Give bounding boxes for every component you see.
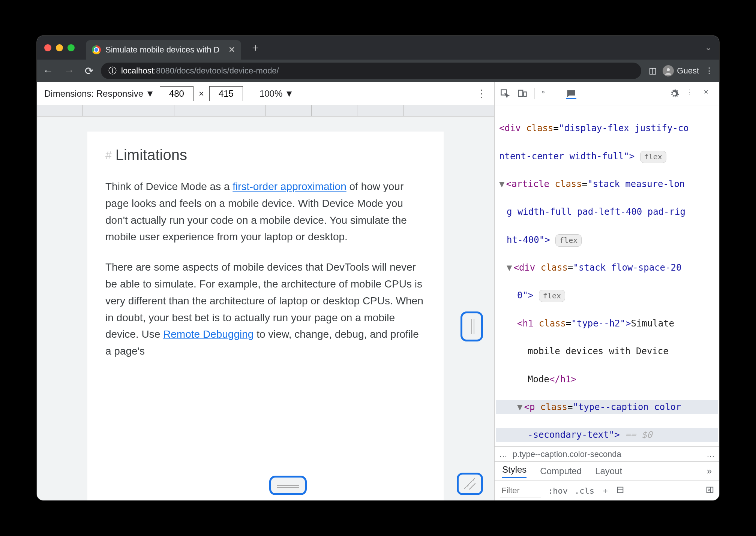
resize-handle-right[interactable]	[460, 311, 483, 341]
new-style-rule-icon[interactable]: ＋	[601, 485, 609, 496]
computed-styles-icon[interactable]	[616, 486, 624, 496]
device-toolbar: Dimensions: Responsive▼ × 100%▼ ⋮	[37, 82, 494, 105]
cls-button[interactable]: .cls	[574, 486, 594, 496]
flex-badge[interactable]: flex	[539, 290, 565, 302]
omnibox[interactable]: ⓘ localhost:8080/docs/devtools/device-mo…	[101, 63, 641, 79]
close-devtools-icon[interactable]: ✕	[704, 88, 714, 99]
profile-button[interactable]: Guest	[663, 65, 699, 76]
tab-styles[interactable]: Styles	[502, 464, 526, 478]
maximize-window-button[interactable]	[68, 44, 75, 51]
close-tab-icon[interactable]: ✕	[228, 45, 235, 55]
side-panel-icon[interactable]: ◫	[649, 66, 657, 76]
width-input[interactable]	[160, 86, 194, 101]
link-remote-debugging[interactable]: Remote Debugging	[163, 328, 254, 340]
selected-dom-node[interactable]: ▼<p class="type--caption color	[496, 400, 718, 414]
styles-tabstrip: Styles Computed Layout »	[495, 461, 719, 481]
crumb-selected[interactable]: p.type--caption.color-seconda	[513, 449, 621, 459]
crumb-more-right[interactable]: …	[706, 449, 715, 459]
times-label: ×	[199, 88, 204, 99]
back-button[interactable]: ←	[43, 65, 53, 77]
profile-label: Guest	[677, 66, 699, 76]
breadcrumb-bar[interactable]: … p.type--caption.color-seconda …	[495, 446, 719, 461]
close-window-button[interactable]	[44, 44, 51, 51]
tab-search-icon[interactable]: ⌄	[705, 43, 712, 52]
browser-tab[interactable]: Simulate mobile devices with D ✕	[86, 40, 241, 60]
chrome-menu-icon[interactable]: ⋮	[705, 66, 713, 76]
chrome-favicon-icon	[92, 45, 101, 54]
device-toggle-icon[interactable]	[517, 88, 528, 99]
styles-filter-bar: :hov .cls ＋	[495, 481, 719, 500]
hov-button[interactable]: :hov	[548, 486, 568, 496]
link-first-order[interactable]: first-order approximation	[232, 181, 346, 192]
tab-layout[interactable]: Layout	[595, 466, 622, 476]
height-input[interactable]	[209, 86, 243, 101]
tab-more-icon[interactable]: »	[707, 466, 712, 476]
browser-window: Simulate mobile devices with D ✕ ＋ ⌄ ← →…	[37, 36, 719, 500]
hash-icon: #	[105, 149, 112, 162]
svg-rect-5	[707, 487, 713, 493]
messages-icon[interactable]	[566, 88, 576, 99]
minimize-window-button[interactable]	[56, 44, 63, 51]
svg-rect-2	[519, 90, 523, 96]
flex-badge[interactable]: flex	[640, 151, 666, 163]
device-viewport: Dimensions: Responsive▼ × 100%▼ ⋮ # Limi…	[37, 82, 494, 500]
svg-point-0	[667, 68, 670, 71]
more-tabs-icon[interactable]: »	[542, 88, 552, 99]
forward-button[interactable]: →	[64, 65, 74, 77]
elements-dom-tree[interactable]: <div class="display-flex justify-co nten…	[495, 105, 719, 446]
paragraph-1: Think of Device Mode as a first-order ap…	[105, 178, 426, 246]
avatar-icon	[663, 65, 674, 76]
tab-computed[interactable]: Computed	[540, 466, 582, 476]
devtools-toolbar: » ⋮ ✕	[495, 82, 719, 105]
site-info-icon[interactable]: ⓘ	[108, 65, 117, 76]
page-heading: # Limitations	[105, 147, 426, 163]
styles-filter-input[interactable]	[500, 484, 541, 497]
url-path: :8080/docs/devtools/device-mode/	[154, 66, 279, 75]
flex-badge[interactable]: flex	[555, 234, 582, 247]
rendered-page: # Limitations Think of Device Mode as a …	[87, 132, 444, 500]
new-tab-button[interactable]: ＋	[250, 40, 261, 55]
window-controls	[44, 44, 75, 51]
zoom-select[interactable]: 100%▼	[260, 88, 294, 99]
crumb-more-left[interactable]: …	[499, 449, 507, 459]
svg-rect-3	[524, 92, 526, 96]
tab-title: Simulate mobile devices with D	[105, 45, 219, 55]
svg-rect-4	[618, 487, 623, 493]
paragraph-2: There are some aspects of mobile devices…	[105, 259, 426, 360]
device-more-icon[interactable]: ⋮	[476, 87, 487, 100]
devtools-menu-icon[interactable]: ⋮	[686, 88, 697, 99]
settings-icon[interactable]	[669, 88, 680, 99]
reload-button[interactable]: ⟳	[85, 65, 93, 77]
ruler	[37, 105, 494, 117]
resize-handle-bottom[interactable]	[269, 476, 307, 495]
resize-handle-corner[interactable]	[457, 473, 483, 495]
toggle-sidebar-icon[interactable]	[706, 486, 714, 496]
address-bar: ← → ⟳ ⓘ localhost:8080/docs/devtools/dev…	[37, 60, 719, 82]
dimensions-select[interactable]: Dimensions: Responsive▼	[44, 88, 154, 99]
devtools-panel: » ⋮ ✕ <div class="display-flex justify-c…	[494, 82, 719, 500]
url-host: localhost	[121, 66, 154, 75]
inspect-element-icon[interactable]	[500, 88, 510, 99]
titlebar: Simulate mobile devices with D ✕ ＋ ⌄	[37, 36, 719, 60]
